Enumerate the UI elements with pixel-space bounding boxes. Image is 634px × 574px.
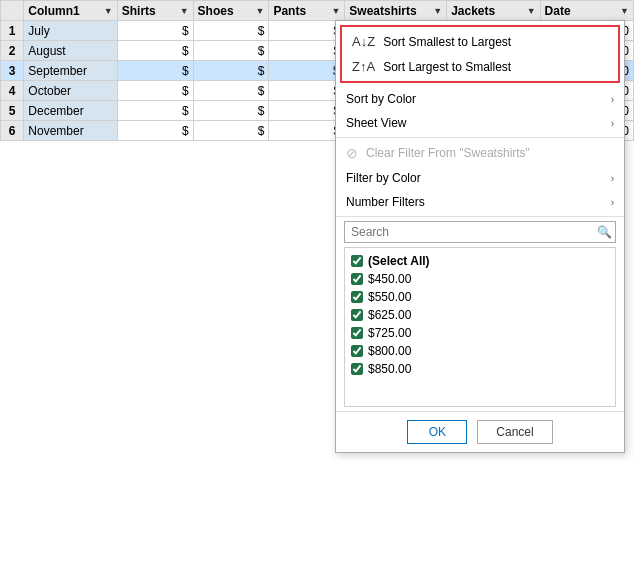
- search-container: 🔍: [344, 221, 616, 243]
- header-sweatshirts[interactable]: Sweatshirts ▼: [345, 1, 447, 21]
- checkbox-item[interactable]: (Select All): [345, 252, 615, 270]
- cancel-button[interactable]: Cancel: [477, 420, 552, 444]
- header-column1[interactable]: Column1 ▼: [24, 1, 117, 21]
- filter-by-color-item[interactable]: Filter by Color ›: [336, 166, 624, 190]
- checkbox-item[interactable]: $625.00: [345, 306, 615, 324]
- checkbox-input[interactable]: [351, 363, 363, 375]
- row-number: 4: [1, 81, 24, 101]
- checkbox-label: $450.00: [368, 272, 411, 286]
- number-filters-item[interactable]: Number Filters ›: [336, 190, 624, 214]
- menu-divider-1: [336, 137, 624, 138]
- row-number: 1: [1, 21, 24, 41]
- cell-shirts: $: [117, 121, 193, 141]
- cell-pants: $: [269, 61, 345, 81]
- cell-pants: $: [269, 121, 345, 141]
- cell-shoes: $: [193, 41, 269, 61]
- sort-by-color-arrow: ›: [611, 94, 614, 105]
- clear-filter-label: Clear Filter From "Sweatshirts": [366, 146, 530, 160]
- menu-divider-2: [336, 216, 624, 217]
- cell-column1: August: [24, 41, 117, 61]
- cell-pants: $: [269, 21, 345, 41]
- checkbox-label: (Select All): [368, 254, 430, 268]
- row-number: 2: [1, 41, 24, 61]
- ok-button[interactable]: OK: [407, 420, 467, 444]
- cell-column1: September: [24, 61, 117, 81]
- sort-desc-icon: Z↑A: [352, 59, 375, 74]
- cell-pants: $: [269, 101, 345, 121]
- checkbox-input[interactable]: [351, 309, 363, 321]
- checkbox-list: (Select All)$450.00$550.00$625.00$725.00…: [344, 247, 616, 407]
- header-shoes[interactable]: Shoes ▼: [193, 1, 269, 21]
- sort-desc-item[interactable]: Z↑A Sort Largest to Smallest: [342, 54, 618, 79]
- cell-shoes: $: [193, 21, 269, 41]
- number-filters-label: Number Filters: [346, 195, 425, 209]
- checkbox-input[interactable]: [351, 291, 363, 303]
- sort-asc-item[interactable]: A↓Z Sort Smallest to Largest: [342, 29, 618, 54]
- sort-asc-label: Sort Smallest to Largest: [383, 35, 511, 49]
- checkbox-item[interactable]: $450.00: [345, 270, 615, 288]
- sort-by-color-label: Sort by Color: [346, 92, 416, 106]
- shirts-dropdown-icon[interactable]: ▼: [180, 6, 189, 16]
- clear-filter-icon: ⊘: [346, 145, 358, 161]
- checkbox-input[interactable]: [351, 327, 363, 339]
- checkbox-item[interactable]: $800.00: [345, 342, 615, 360]
- cell-shoes: $: [193, 61, 269, 81]
- date-dropdown-icon[interactable]: ▼: [620, 6, 629, 16]
- checkbox-label: $725.00: [368, 326, 411, 340]
- row-number: 3: [1, 61, 24, 81]
- cell-shoes: $: [193, 101, 269, 121]
- cell-shirts: $: [117, 81, 193, 101]
- cell-column1: December: [24, 101, 117, 121]
- cell-pants: $: [269, 41, 345, 61]
- sort-by-color-item[interactable]: Sort by Color ›: [336, 87, 624, 111]
- cell-shirts: $: [117, 61, 193, 81]
- header-date[interactable]: Date ▼: [540, 1, 633, 21]
- checkbox-item[interactable]: $550.00: [345, 288, 615, 306]
- checkbox-label: $850.00: [368, 362, 411, 376]
- cell-column1: November: [24, 121, 117, 141]
- cell-pants: $: [269, 81, 345, 101]
- row-number: 6: [1, 121, 24, 141]
- filter-by-color-arrow: ›: [611, 173, 614, 184]
- column1-dropdown-icon[interactable]: ▼: [104, 6, 113, 16]
- clear-filter-item: ⊘ Clear Filter From "Sweatshirts": [336, 140, 624, 166]
- header-pants[interactable]: Pants ▼: [269, 1, 345, 21]
- sort-asc-icon: A↓Z: [352, 34, 375, 49]
- filter-dropdown-menu: A↓Z Sort Smallest to Largest Z↑A Sort La…: [335, 20, 625, 453]
- cell-shirts: $: [117, 21, 193, 41]
- checkbox-item[interactable]: $725.00: [345, 324, 615, 342]
- checkbox-input[interactable]: [351, 273, 363, 285]
- sort-desc-label: Sort Largest to Smallest: [383, 60, 511, 74]
- number-filters-arrow: ›: [611, 197, 614, 208]
- checkbox-label: $800.00: [368, 344, 411, 358]
- cell-column1: July: [24, 21, 117, 41]
- header-shirts[interactable]: Shirts ▼: [117, 1, 193, 21]
- header-jackets[interactable]: Jackets ▼: [447, 1, 540, 21]
- checkbox-label: $550.00: [368, 290, 411, 304]
- sheet-view-label: Sheet View: [346, 116, 407, 130]
- cell-column1: October: [24, 81, 117, 101]
- checkbox-item[interactable]: $850.00: [345, 360, 615, 378]
- pants-dropdown-icon[interactable]: ▼: [331, 6, 340, 16]
- sweatshirts-dropdown-icon[interactable]: ▼: [433, 6, 442, 16]
- shoes-dropdown-icon[interactable]: ▼: [256, 6, 265, 16]
- row-number-header: [1, 1, 24, 21]
- jackets-dropdown-icon[interactable]: ▼: [527, 6, 536, 16]
- checkbox-label: $625.00: [368, 308, 411, 322]
- cell-shirts: $: [117, 41, 193, 61]
- row-number: 5: [1, 101, 24, 121]
- cell-shoes: $: [193, 81, 269, 101]
- sort-section: A↓Z Sort Smallest to Largest Z↑A Sort La…: [340, 25, 620, 83]
- filter-by-color-label: Filter by Color: [346, 171, 421, 185]
- menu-footer: OK Cancel: [336, 411, 624, 452]
- checkbox-input[interactable]: [351, 255, 363, 267]
- sheet-view-item[interactable]: Sheet View ›: [336, 111, 624, 135]
- search-icon: 🔍: [597, 225, 612, 239]
- cell-shoes: $: [193, 121, 269, 141]
- checkbox-input[interactable]: [351, 345, 363, 357]
- sheet-view-arrow: ›: [611, 118, 614, 129]
- cell-shirts: $: [117, 101, 193, 121]
- search-input[interactable]: [344, 221, 616, 243]
